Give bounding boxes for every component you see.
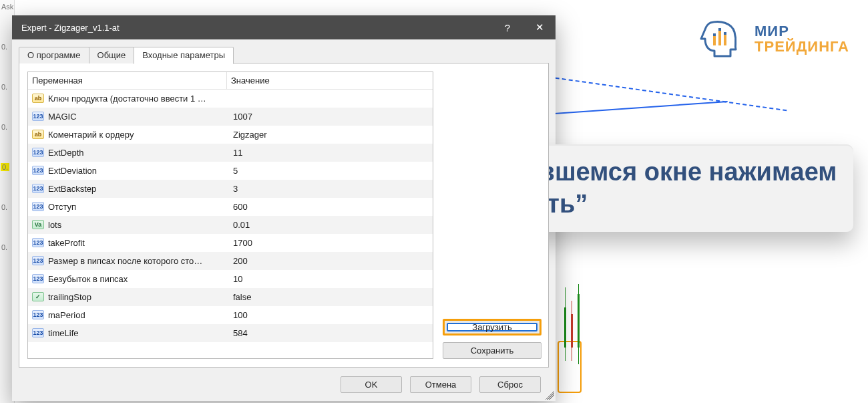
svg-rect-5 bbox=[724, 32, 726, 35]
save-button[interactable]: Сохранить bbox=[443, 342, 541, 359]
head-chart-icon bbox=[697, 19, 745, 59]
param-name: Ключ продукта (достаточно ввести 1 … bbox=[48, 94, 206, 104]
chart-line bbox=[554, 101, 728, 114]
resize-grip-icon[interactable] bbox=[545, 390, 554, 400]
col-value-header[interactable]: Значение bbox=[227, 72, 433, 89]
param-value-cell[interactable]: 100 bbox=[227, 310, 433, 320]
int-type-icon: 123 bbox=[32, 202, 44, 211]
param-name-cell: 123ExtBackstep bbox=[28, 184, 227, 194]
int-type-icon: 123 bbox=[32, 238, 44, 247]
brand-logo: МИР ТРЕЙДИНГА bbox=[697, 19, 849, 59]
inputs-panel: Переменная Значение abКлюч продукта (дос… bbox=[19, 63, 549, 368]
param-name-cell: Valots bbox=[28, 220, 227, 230]
tab-general[interactable]: Общие bbox=[89, 47, 135, 63]
int-type-icon: 123 bbox=[32, 328, 44, 338]
brand-logo-text: МИР ТРЕЙДИНГА bbox=[754, 23, 849, 54]
int-type-icon: 123 bbox=[32, 166, 44, 175]
param-name: timeLife bbox=[48, 328, 79, 338]
param-name: Коментарий к ордеру bbox=[48, 130, 134, 140]
dialog-titlebar[interactable]: Expert - Zigzager_v1.1-at ? ✕ bbox=[12, 15, 556, 39]
reset-button[interactable]: Сброс bbox=[479, 376, 541, 393]
param-name-cell: 123Безубыток в пипсах bbox=[28, 274, 227, 284]
dialog-footer: OK Отмена Сброс bbox=[19, 368, 549, 401]
param-value-cell[interactable]: 1700 bbox=[227, 238, 433, 248]
table-row[interactable]: 123MAGIC1007 bbox=[28, 108, 433, 126]
axis-tick: 0. bbox=[1, 243, 7, 251]
int-type-icon: 123 bbox=[32, 310, 44, 319]
close-button[interactable]: ✕ bbox=[523, 15, 556, 39]
double-type-icon: Va bbox=[32, 220, 44, 229]
table-row[interactable]: 123ExtDeviation5 bbox=[28, 162, 433, 180]
param-value-cell[interactable]: 600 bbox=[227, 202, 433, 212]
parameters-grid[interactable]: Переменная Значение abКлюч продукта (дос… bbox=[27, 72, 433, 359]
param-name: Отступ bbox=[48, 202, 76, 212]
param-name: ExtBackstep bbox=[48, 184, 96, 194]
param-name-cell: abКоментарий к ордеру bbox=[28, 130, 227, 140]
axis-tick: 0. bbox=[1, 163, 9, 171]
axis-tick: 0. bbox=[1, 43, 7, 51]
param-value-cell[interactable]: 5 bbox=[227, 166, 433, 176]
axis-tick: 0. bbox=[1, 203, 7, 211]
param-name-cell: 123ExtDepth bbox=[28, 148, 227, 158]
table-row[interactable]: 123Отступ600 bbox=[28, 198, 433, 216]
param-name: MAGIC bbox=[48, 112, 77, 122]
table-row[interactable]: 123Размер в пипсах после которого сто…20… bbox=[28, 252, 433, 270]
axis-tick: 0. bbox=[1, 83, 7, 91]
param-value-cell[interactable]: 1007 bbox=[227, 112, 433, 122]
param-name-cell: ✓trailingStop bbox=[28, 292, 227, 302]
param-value-cell[interactable]: false bbox=[227, 292, 433, 302]
table-row[interactable]: Valots0.01 bbox=[28, 216, 433, 234]
table-row[interactable]: 123Безубыток в пипсах10 bbox=[28, 270, 433, 288]
param-name: lots bbox=[48, 220, 61, 230]
string-type-icon: ab bbox=[32, 130, 44, 139]
param-name: maPeriod bbox=[48, 310, 85, 320]
param-name-cell: 123ExtDeviation bbox=[28, 166, 227, 176]
param-value-cell[interactable]: 0.01 bbox=[227, 220, 433, 230]
param-name: ExtDeviation bbox=[48, 166, 97, 176]
svg-rect-4 bbox=[724, 35, 726, 45]
grid-body: abКлюч продукта (достаточно ввести 1 …12… bbox=[28, 90, 433, 358]
col-variable-header[interactable]: Переменная bbox=[28, 72, 227, 89]
param-value-cell[interactable]: 584 bbox=[227, 328, 433, 338]
side-buttons: Загрузить Сохранить bbox=[433, 72, 540, 359]
param-value-cell[interactable]: 200 bbox=[227, 256, 433, 266]
dialog-body: О программе Общие Входные параметры Пере… bbox=[12, 39, 556, 401]
param-name-cell: abКлюч продукта (достаточно ввести 1 … bbox=[28, 94, 227, 104]
tab-inputs[interactable]: Входные параметры bbox=[134, 47, 234, 64]
svg-rect-0 bbox=[713, 36, 716, 45]
param-value-cell[interactable]: 11 bbox=[227, 148, 433, 158]
int-type-icon: 123 bbox=[32, 112, 44, 121]
table-row[interactable]: 123timeLife584 bbox=[28, 324, 433, 342]
table-row[interactable]: 123maPeriod100 bbox=[28, 306, 433, 324]
table-row[interactable]: 123ExtDepth11 bbox=[28, 144, 433, 162]
grid-header: Переменная Значение bbox=[28, 72, 433, 90]
table-row[interactable]: 123takeProfit1700 bbox=[28, 234, 433, 252]
int-type-icon: 123 bbox=[32, 148, 44, 157]
table-row[interactable]: 123ExtBackstep3 bbox=[28, 180, 433, 198]
int-type-icon: 123 bbox=[32, 256, 44, 265]
param-name-cell: 123MAGIC bbox=[28, 112, 227, 122]
axis-tick: 0. bbox=[1, 123, 7, 131]
svg-rect-3 bbox=[718, 28, 721, 31]
cancel-button[interactable]: Отмена bbox=[410, 376, 471, 393]
table-row[interactable]: abКлюч продукта (достаточно ввести 1 … bbox=[28, 90, 433, 108]
ok-button[interactable]: OK bbox=[341, 376, 402, 393]
param-name: Безубыток в пипсах bbox=[48, 274, 128, 284]
table-row[interactable]: ✓trailingStopfalse bbox=[28, 288, 433, 306]
expert-dialog: Expert - Zigzager_v1.1-at ? ✕ О программ… bbox=[12, 15, 556, 401]
tab-about[interactable]: О программе bbox=[19, 47, 89, 63]
bool-type-icon: ✓ bbox=[32, 292, 44, 301]
param-value-cell[interactable]: 3 bbox=[227, 184, 433, 194]
tab-strip: О программе Общие Входные параметры bbox=[19, 46, 549, 63]
param-name: Размер в пипсах после которого сто… bbox=[48, 256, 202, 266]
int-type-icon: 123 bbox=[32, 274, 44, 283]
brand-logo-line1: МИР bbox=[754, 23, 849, 39]
param-name-cell: 123maPeriod bbox=[28, 310, 227, 320]
param-value-cell[interactable]: 10 bbox=[227, 274, 433, 284]
help-button[interactable]: ? bbox=[491, 15, 523, 39]
load-button[interactable]: Загрузить bbox=[447, 323, 537, 331]
param-value-cell[interactable]: Zigzager bbox=[227, 130, 433, 140]
load-button-highlight: Загрузить bbox=[443, 319, 541, 335]
param-name-cell: 123Отступ bbox=[28, 202, 227, 212]
table-row[interactable]: abКоментарий к ордеруZigzager bbox=[28, 126, 433, 144]
